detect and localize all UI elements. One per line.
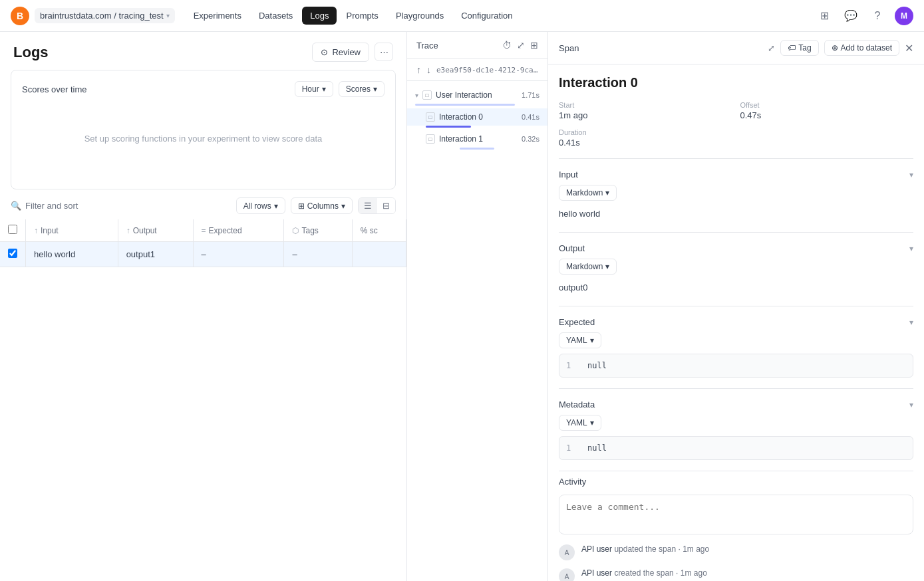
divider [559, 158, 913, 159]
expand-icon[interactable]: ⤢ [517, 40, 525, 51]
expected-format-dropdown[interactable]: YAML ▾ [559, 332, 601, 348]
book-icon[interactable]: ⊞ [815, 7, 834, 25]
avatar[interactable]: M [895, 7, 913, 25]
scores-empty-state: Set up scoring functions in your experim… [22, 105, 385, 172]
hour-dropdown[interactable]: Hour ▾ [295, 81, 333, 97]
activity-text: API user created the span · 1m ago [581, 568, 707, 578]
metadata-section-title: Metadata [559, 400, 595, 409]
metadata-format-dropdown[interactable]: YAML ▾ [559, 415, 601, 431]
nav-datasets[interactable]: Datasets [251, 7, 301, 25]
input-value: hello world [559, 206, 913, 221]
tag-button[interactable]: 🏷 Tag [780, 40, 818, 56]
nav-prompts[interactable]: Prompts [338, 7, 386, 25]
chevron-down-icon: ▾ [909, 244, 913, 253]
row-output: output1 [118, 242, 193, 267]
chevron-down-icon: ▾ [909, 318, 913, 327]
trace-item[interactable]: ▾ □ User Interaction 1.71s [407, 86, 547, 104]
comment-input[interactable] [559, 495, 913, 534]
grid-icon[interactable]: ⊞ [530, 40, 538, 51]
expand-icon[interactable]: ⤢ [768, 43, 775, 53]
scores-controls: Hour ▾ Scores ▾ [295, 81, 385, 97]
project-selector[interactable]: braintrustdata.com / tracing_test ▾ [35, 8, 175, 23]
trace-sub-item-left: □ Interaction 0 [426, 112, 483, 122]
code-line: 1 null [566, 361, 906, 370]
trace-item-name: User Interaction [436, 90, 492, 100]
trace-sub-item[interactable]: □ Interaction 0 0.41s [407, 108, 547, 126]
trace-item-left: ▾ □ User Interaction [415, 90, 492, 100]
expected-section-header[interactable]: Expected ▾ [559, 312, 913, 332]
nav-down-button[interactable]: ↓ [426, 64, 431, 75]
row-checkbox[interactable] [0, 242, 26, 267]
scores-header: Scores over time Hour ▾ Scores ▾ [22, 81, 385, 97]
duration-value: 0.41s [559, 138, 732, 148]
span-meta: Start 1m ago Offset 0.47s Duration 0.41s [559, 101, 913, 148]
offset-label: Offset [740, 101, 914, 109]
columns-button[interactable]: ⊞ Columns ▾ [291, 197, 353, 214]
output-format-dropdown[interactable]: Markdown ▾ [559, 259, 617, 275]
span-icon: □ [422, 90, 432, 100]
nav-playgrounds[interactable]: Playgrounds [388, 7, 452, 25]
nav-experiments[interactable]: Experiments [186, 7, 249, 25]
chevron-down-icon: ▾ [909, 170, 913, 179]
table-row[interactable]: hello world output1 – – [0, 242, 406, 267]
main-content: Logs ⊙ Review ⋯ Scores over time Hour ▾ [0, 32, 924, 581]
expected-section: Expected ▾ YAML ▾ 1 null [559, 312, 913, 378]
duration-meta: Duration 0.41s [559, 128, 732, 148]
clock-icon[interactable]: ⏱ [502, 40, 512, 51]
grid-view-button[interactable]: ⊟ [377, 198, 395, 213]
page-title: Logs [13, 44, 49, 61]
activity-section: Activity A API user updated the span · 1… [559, 477, 913, 581]
nav-configuration[interactable]: Configuration [453, 7, 520, 25]
nav-up-button[interactable]: ↑ [416, 64, 421, 75]
trace-sub-item-name: Interaction 1 [439, 134, 483, 144]
trace-bar [407, 104, 547, 108]
span-header: Span ⤢ 🏷 Tag ⊕ Add to dataset ✕ [548, 32, 924, 64]
more-options-button[interactable]: ⋯ [375, 43, 393, 61]
divider [559, 471, 913, 471]
output-column-header: ↑Output [118, 219, 193, 242]
trace-sub-item[interactable]: □ Interaction 1 0.32s [407, 130, 547, 148]
metadata-code-block: 1 null [559, 436, 913, 460]
nav-logs[interactable]: Logs [302, 7, 337, 25]
trace-item-time: 1.71s [522, 91, 539, 99]
expected-code-block: 1 null [559, 354, 913, 378]
trace-sub-bar [407, 148, 547, 152]
span-icon: □ [426, 134, 435, 144]
metadata-section-header[interactable]: Metadata ▾ [559, 394, 913, 415]
list-view-button[interactable]: ☰ [359, 198, 377, 213]
dataset-icon: ⊕ [832, 43, 838, 53]
activity-avatar: A [559, 568, 575, 581]
columns-icon: ⊞ [298, 201, 305, 211]
review-button[interactable]: ⊙ Review [312, 43, 369, 62]
trace-nav: ↑ ↓ e3ea9f50-dc1e-4212-9cab-6e21597220ce [407, 59, 547, 81]
add-to-dataset-button[interactable]: ⊕ Add to dataset [824, 40, 899, 56]
chevron-down-icon: ▾ [322, 84, 326, 94]
activity-avatar: A [559, 544, 575, 560]
all-rows-dropdown[interactable]: All rows ▾ [236, 197, 285, 214]
input-format-dropdown[interactable]: Markdown ▾ [559, 185, 617, 201]
row-tags: – [284, 242, 352, 267]
select-all-checkbox[interactable] [0, 219, 26, 242]
divider [559, 306, 913, 306]
input-section-header[interactable]: Input ▾ [559, 164, 913, 185]
chat-icon[interactable]: 💬 [842, 7, 860, 25]
view-toggle: ☰ ⊟ [358, 197, 396, 214]
output-section-header[interactable]: Output ▾ [559, 238, 913, 259]
span-panel-title: Span [559, 43, 579, 53]
tags-column-header: ⬡Tags [284, 219, 352, 242]
row-input: hello world [26, 242, 118, 267]
scores-dropdown[interactable]: Scores ▾ [339, 81, 385, 97]
code-content: null [587, 361, 607, 370]
duration-label: Duration [559, 128, 732, 136]
help-icon[interactable]: ? [868, 7, 887, 25]
filter-search[interactable]: 🔍 Filter and sort [11, 201, 78, 211]
logs-panel: Logs ⊙ Review ⋯ Scores over time Hour ▾ [0, 32, 407, 581]
input-column-header: ↑Input [26, 219, 118, 242]
input-section-title: Input [559, 170, 578, 179]
close-button[interactable]: ✕ [905, 42, 913, 55]
offset-meta: Offset 0.47s [740, 101, 914, 120]
output-section: Output ▾ Markdown ▾ output0 [559, 238, 913, 295]
code-line: 1 null [566, 443, 906, 453]
main-nav: Experiments Datasets Logs Prompts Playgr… [186, 7, 521, 25]
expand-icon[interactable]: ▾ [415, 92, 418, 99]
